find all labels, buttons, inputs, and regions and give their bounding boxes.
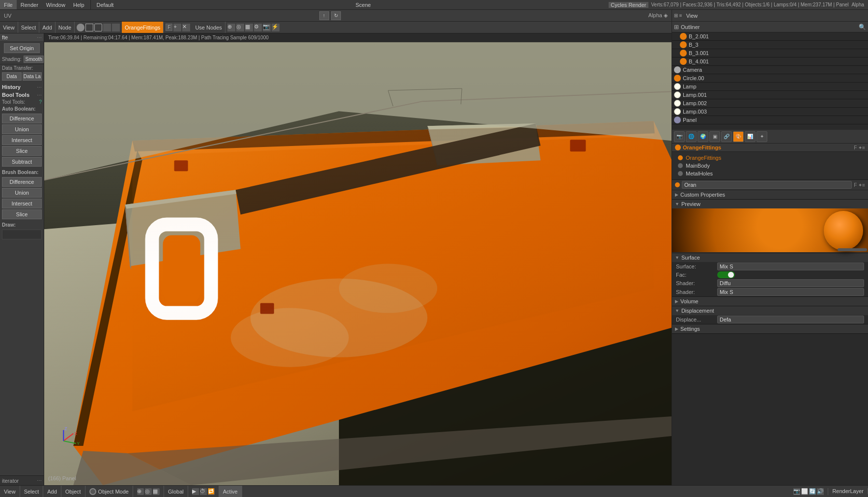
props-scene-icon[interactable]: 🌐	[686, 131, 697, 142]
right-header: ⊞ ≡ View	[672, 10, 868, 22]
menu-render[interactable]: Render	[17, 0, 42, 9]
sidebar-fte-header: fte ⋯	[0, 33, 44, 42]
object-mode-selector[interactable]: Object Mode	[85, 486, 133, 497]
svg-text:X: X	[74, 431, 77, 436]
help-icon[interactable]: ?	[39, 99, 42, 105]
props-constraint-icon[interactable]: 🔗	[721, 131, 732, 142]
shader1-value[interactable]: Diffu	[717, 279, 864, 287]
outliner-item[interactable]: Camera	[672, 66, 868, 74]
bottom-object[interactable]: Object	[61, 486, 85, 497]
props-render-icon[interactable]: 📷	[674, 131, 685, 142]
outliner-item[interactable]: B_3	[672, 41, 868, 49]
transform-icon[interactable]: ↑	[319, 11, 329, 20]
bottom-frame-icon[interactable]: ⬜	[801, 488, 808, 495]
surface-header[interactable]: ▼ Surface	[672, 253, 868, 262]
bottom-icon1[interactable]: ⊕	[137, 488, 144, 495]
menu-window[interactable]: Window	[42, 0, 69, 9]
bottom-global[interactable]: Global	[164, 486, 188, 497]
layout-default[interactable]: Default	[93, 0, 118, 9]
outliner-item[interactable]: B_3.001	[672, 49, 868, 58]
icon-extra[interactable]: ⚡	[272, 24, 280, 31]
preview-slider[interactable]	[838, 248, 867, 251]
outliner-item[interactable]: B_4.001	[672, 58, 868, 66]
surface-type-value[interactable]: Mix S	[717, 263, 864, 270]
props-world-icon[interactable]: 🌍	[698, 131, 708, 142]
active-object-name[interactable]: OrangeFittings	[122, 22, 164, 33]
outliner-item[interactable]: Lamp	[672, 83, 868, 91]
smooth-btn[interactable]: Smooth	[24, 56, 43, 63]
data-btn[interactable]: Data	[2, 72, 22, 81]
toolbar-node[interactable]: Node	[56, 22, 75, 33]
bottom-cam-icon[interactable]: 📷	[793, 488, 800, 495]
item-icon-panel	[674, 117, 681, 123]
set-origin-btn[interactable]: Set Origin	[4, 43, 40, 53]
brush-intersect-btn[interactable]: Intersect	[2, 199, 42, 208]
icon-render[interactable]: 📷	[263, 24, 271, 31]
toolbar-add[interactable]: Add	[39, 22, 56, 33]
bottom-view[interactable]: View	[0, 486, 20, 497]
active-object-row: OrangeFittings F ✦≡	[672, 144, 868, 152]
displacement-header[interactable]: ▼ Displacement	[672, 306, 868, 315]
union-btn[interactable]: Union	[2, 124, 42, 134]
material-slot-3[interactable]: MetalHoles	[675, 170, 865, 177]
item-name-panel: Panel	[683, 117, 697, 123]
subtract-btn[interactable]: Subtract	[2, 157, 42, 167]
preview-header[interactable]: ▼ Preview	[672, 200, 868, 208]
difference-btn[interactable]: Difference	[2, 114, 42, 123]
bottom-loop-icon[interactable]: 🔁	[208, 488, 215, 495]
outliner-item[interactable]: Lamp.002	[672, 99, 868, 108]
outliner-item[interactable]: Circle.00	[672, 74, 868, 83]
fac-toggle[interactable]	[717, 271, 735, 278]
outliner-item[interactable]: Lamp.001	[672, 91, 868, 99]
bottom-add[interactable]: Add	[43, 486, 61, 497]
icon-minus[interactable]: ✕	[182, 24, 190, 31]
icon-snap[interactable]: ⊕	[227, 24, 235, 31]
intersect-btn[interactable]: Intersect	[2, 135, 42, 145]
rotate-icon[interactable]: ↻	[331, 11, 341, 20]
props-material-icon[interactable]: 🎨	[733, 131, 744, 142]
props-mode-label: F ✦≡	[854, 145, 865, 150]
toolbar-view[interactable]: View	[0, 22, 18, 33]
outliner-item[interactable]: Lamp.003	[672, 108, 868, 116]
bottom-timeline-icon[interactable]: ⏱	[200, 488, 207, 495]
outliner-item[interactable]: Panel	[672, 116, 868, 124]
slice-btn[interactable]: Slice	[2, 146, 42, 156]
brush-difference-btn[interactable]: Difference	[2, 177, 42, 187]
bottom-icon2[interactable]: ◎	[145, 488, 152, 495]
material-slot-2[interactable]: MainBody	[675, 162, 865, 170]
material-slot-1[interactable]: OrangeFittings	[675, 154, 865, 162]
bottom-anim-icon[interactable]: ▶	[192, 488, 199, 495]
shader2-value[interactable]: Mix S	[717, 288, 864, 296]
brush-slice-btn[interactable]: Slice	[2, 209, 42, 219]
custom-properties-header[interactable]: ▶ Custom Properties	[672, 190, 868, 199]
bottom-icon3[interactable]: ▦	[153, 488, 160, 495]
stats-text: Verts:67,079 | Faces:32,936 | Tris:64,49…	[651, 2, 849, 7]
volume-section: ▶ Volume	[672, 297, 868, 306]
scene-label: Scene	[356, 2, 371, 8]
menu-help[interactable]: Help	[69, 0, 88, 9]
icon-lock[interactable]: ⚙	[254, 24, 262, 31]
main-viewport[interactable]: X Y Z (166) Panel	[44, 42, 672, 485]
settings-header[interactable]: ▶ Settings	[672, 324, 868, 333]
displace-value[interactable]: Defa	[717, 316, 864, 323]
bottom-sync-icon[interactable]: 🔄	[809, 488, 816, 495]
props-data-icon[interactable]: 📊	[745, 131, 756, 142]
outliner-search-icon[interactable]: 🔍	[859, 24, 866, 30]
material-name-input[interactable]	[682, 181, 852, 189]
outliner-item[interactable]: B_2.001	[672, 32, 868, 41]
toolbar-select[interactable]: Select	[18, 22, 40, 33]
bottom-select[interactable]: Select	[20, 486, 44, 497]
bottom-audio-icon[interactable]: 🔊	[817, 488, 824, 495]
menu-file[interactable]: File	[0, 0, 17, 9]
icon-pivot[interactable]: ◎	[236, 24, 244, 31]
volume-header[interactable]: ▶ Volume	[672, 297, 868, 306]
brush-union-btn[interactable]: Union	[2, 188, 42, 198]
use-nodes-btn[interactable]: Use Nodes	[192, 22, 225, 33]
props-particle-icon[interactable]: ✦	[756, 131, 767, 142]
icon-view2[interactable]: ▦	[245, 24, 253, 31]
item-icon-b3001	[680, 50, 687, 57]
render-layer-label[interactable]: RenderLayer	[828, 488, 868, 494]
data-la-btn[interactable]: Data La	[23, 72, 42, 81]
icon-plus[interactable]: +	[173, 24, 181, 31]
props-object-icon[interactable]: ▣	[709, 131, 720, 142]
